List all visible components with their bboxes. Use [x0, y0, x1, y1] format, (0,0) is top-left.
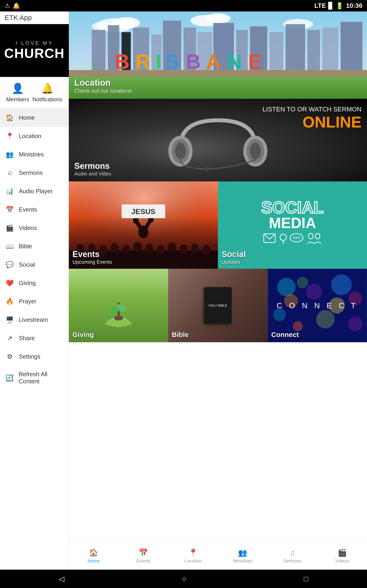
sidebar-item-refresh[interactable]: 🔄 Refresh All Content: [0, 366, 69, 390]
share-label: Share: [19, 335, 35, 342]
bottom-location-label: Location: [184, 558, 202, 564]
sermons-banner[interactable]: LISTEN TO OR WATCH SERMON ONLINE Sermons…: [69, 99, 367, 182]
bible-book: HOLY BIBLE: [204, 287, 232, 324]
recents-button[interactable]: □: [304, 575, 308, 583]
bottom-nav-location[interactable]: 📍 Location: [168, 542, 218, 570]
giving-banner[interactable]: Giving: [69, 269, 168, 342]
svg-point-38: [250, 143, 261, 160]
svg-point-50: [168, 242, 176, 253]
church-logo-church: CHURCH: [4, 46, 65, 61]
events-banner[interactable]: JESUS Events Upcoming Events: [69, 182, 218, 269]
sermons-label: Sermons: [19, 169, 43, 176]
sermons-listen-text: LISTEN TO OR WATCH SERMON: [263, 106, 361, 113]
sidebar-item-settings[interactable]: ⚙ Settings: [0, 347, 69, 366]
connect-word: C O N N E C T: [277, 301, 358, 310]
bottom-nav-events[interactable]: 📅 Events: [119, 542, 168, 570]
sidebar-item-sermons[interactable]: ♫ Sermons: [0, 164, 69, 182]
svg-point-39: [204, 166, 209, 171]
sidebar-item-share[interactable]: ↗ Share: [0, 329, 69, 347]
bottom-sermons-icon: ♫: [290, 548, 295, 557]
bottom-nav-videos[interactable]: 🎬 Videos: [317, 542, 367, 570]
svg-text:N: N: [227, 50, 242, 73]
members-button[interactable]: 👤 Members: [6, 82, 29, 103]
social-word-1: SOCIAL: [261, 199, 324, 216]
sidebar-item-audio-player[interactable]: 📊 Audio Player: [0, 182, 69, 200]
bottom-home-icon: 🏠: [89, 548, 98, 557]
svg-point-67: [315, 233, 320, 239]
bottom-videos-icon: 🎬: [338, 548, 347, 557]
svg-point-71: [114, 316, 123, 320]
ministries-label: Ministries: [19, 151, 44, 158]
svg-point-51: [180, 244, 187, 254]
svg-point-73: [277, 278, 295, 296]
home-button[interactable]: ○: [182, 575, 186, 583]
giving-bible-connect-row: Giving HOLY BIBLE Bible: [69, 269, 367, 342]
sidebar-item-ministries[interactable]: 👥 Ministries: [0, 145, 69, 164]
connect-banner[interactable]: C O N N E C T Connect: [268, 269, 367, 342]
main-content: B R I S B A N E Location Check out our l…: [69, 11, 367, 561]
bottom-ministries-icon: 👥: [238, 548, 247, 557]
livestream-icon: 🖥️: [6, 316, 14, 324]
sermons-subtitle: Audio and Video: [74, 171, 111, 177]
svg-text:B: B: [186, 50, 201, 73]
videos-label: Videos: [19, 225, 37, 232]
svg-text:B: B: [115, 50, 130, 73]
connect-text: C O N N E C T: [277, 301, 358, 310]
social-subtitle: Updates: [222, 259, 246, 265]
sidebar-item-giving[interactable]: ❤️ Giving: [0, 274, 69, 292]
giving-icon: ❤️: [6, 279, 14, 287]
bible-book-text: HOLY BIBLE: [209, 303, 227, 308]
sermons-icon: ♫: [6, 169, 14, 177]
svg-rect-20: [307, 30, 320, 76]
svg-point-46: [123, 245, 130, 254]
bible-icon: 📖: [6, 242, 14, 250]
members-icon: 👤: [11, 82, 24, 95]
svg-text:E: E: [248, 50, 262, 73]
bottom-nav-sermons[interactable]: ♫ Sermons: [268, 542, 317, 570]
church-logo-text: I LOVE MY CHURCH: [4, 40, 65, 61]
location-title: Location: [74, 78, 132, 88]
sidebar-item-home[interactable]: 🏠 Home: [0, 108, 69, 127]
sidebar-item-bible[interactable]: 📖 Bible: [0, 237, 69, 255]
events-subtitle: Upcoming Events: [73, 259, 112, 265]
svg-text:JESUS: JESUS: [131, 208, 156, 216]
bottom-home-label: Home: [88, 558, 100, 564]
home-label: Home: [19, 114, 35, 121]
svg-point-66: [309, 233, 313, 239]
sidebar-item-livestream[interactable]: 🖥️ Livestream: [0, 311, 69, 329]
connect-card-label: Connect: [271, 331, 299, 338]
sidebar-item-location[interactable]: 📍 Location: [0, 127, 69, 145]
app-title: ETK App: [5, 14, 32, 22]
sidebar-item-videos[interactable]: 🎬 Videos: [0, 219, 69, 237]
network-indicator: LTE: [315, 2, 326, 9]
events-icon: 📅: [6, 205, 14, 214]
svg-rect-21: [322, 27, 338, 76]
sidebar-item-social[interactable]: 💬 Social: [0, 255, 69, 274]
bottom-videos-label: Videos: [335, 558, 349, 564]
svg-point-53: [202, 245, 211, 255]
social-banner[interactable]: SOCIAL MEDIA IDEA: [218, 182, 367, 269]
svg-point-74: [297, 277, 308, 288]
svg-point-5: [205, 13, 231, 23]
sidebar-item-events[interactable]: 📅 Events: [0, 200, 69, 219]
livestream-label: Livestream: [19, 316, 48, 323]
notifications-icon: 🔔: [41, 82, 54, 95]
sidebar-item-prayer[interactable]: 🔥 Prayer: [0, 292, 69, 311]
bottom-location-icon: 📍: [189, 548, 198, 557]
audio-player-icon: 📊: [6, 187, 14, 195]
prayer-label: Prayer: [19, 298, 36, 305]
bible-card-label: Bible: [172, 331, 189, 338]
svg-point-82: [348, 317, 362, 331]
svg-point-80: [273, 308, 286, 321]
svg-rect-7: [92, 30, 106, 76]
signal-icon: ▊: [328, 2, 333, 10]
back-button[interactable]: ◁: [59, 574, 65, 583]
bottom-nav-ministries[interactable]: 👥 Ministries: [218, 542, 268, 570]
svg-text:A: A: [206, 50, 221, 73]
social-icon: 💬: [6, 260, 14, 269]
notifications-button[interactable]: 🔔 Notifications: [32, 82, 62, 103]
location-subtitle: Check out our locations: [74, 88, 132, 94]
bottom-nav-home[interactable]: 🏠 Home: [69, 542, 119, 570]
bible-banner[interactable]: HOLY BIBLE Bible: [168, 269, 267, 342]
location-banner[interactable]: B R I S B A N E Location Check out our l…: [69, 11, 367, 99]
